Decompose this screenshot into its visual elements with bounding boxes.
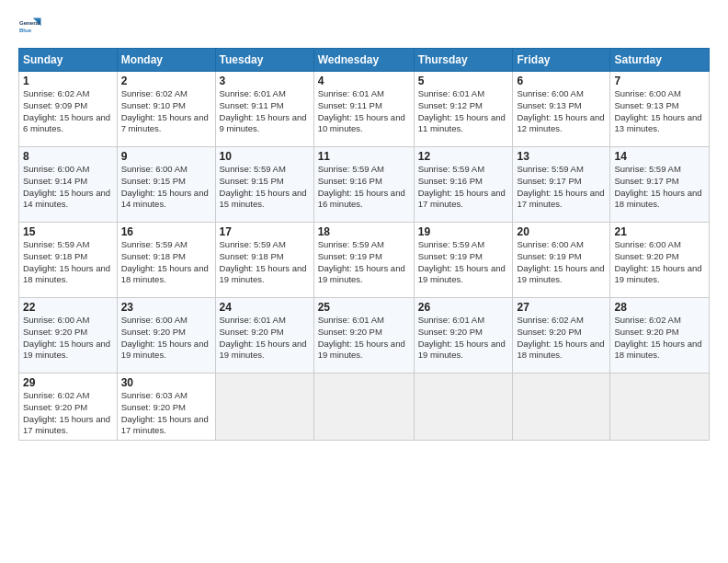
day-info: Sunrise: 6:00 AM Sunset: 9:20 PM Dayligh…: [121, 315, 211, 362]
logo: General Blue: [18, 15, 44, 40]
day-info: Sunrise: 6:00 AM Sunset: 9:20 PM Dayligh…: [23, 315, 113, 362]
day-number: 13: [517, 150, 606, 163]
day-info: Sunrise: 5:59 AM Sunset: 9:19 PM Dayligh…: [418, 239, 509, 286]
day-number: 4: [318, 75, 410, 87]
calendar-cell: 19 Sunrise: 5:59 AM Sunset: 9:19 PM Dayl…: [414, 223, 513, 298]
col-header-friday: Friday: [513, 49, 610, 72]
day-info: Sunrise: 5:59 AM Sunset: 9:16 PM Dayligh…: [418, 164, 509, 211]
calendar-cell: [313, 373, 414, 441]
day-number: 19: [418, 225, 509, 238]
calendar-cell: 5 Sunrise: 6:01 AM Sunset: 9:12 PM Dayli…: [414, 72, 513, 147]
day-number: 15: [23, 225, 113, 238]
day-info: Sunrise: 6:00 AM Sunset: 9:19 PM Dayligh…: [517, 239, 606, 286]
day-info: Sunrise: 6:00 AM Sunset: 9:13 PM Dayligh…: [614, 88, 705, 135]
svg-text:Blue: Blue: [19, 27, 32, 33]
day-number: 17: [220, 225, 310, 238]
day-number: 30: [121, 376, 211, 389]
day-info: Sunrise: 6:02 AM Sunset: 9:09 PM Dayligh…: [23, 88, 113, 135]
calendar-cell: [215, 373, 313, 441]
day-number: 16: [121, 225, 211, 238]
calendar-cell: 17 Sunrise: 5:59 AM Sunset: 9:18 PM Dayl…: [215, 223, 313, 298]
day-info: Sunrise: 6:03 AM Sunset: 9:20 PM Dayligh…: [121, 390, 211, 437]
header-row: SundayMondayTuesdayWednesdayThursdayFrid…: [19, 49, 710, 72]
calendar-cell: 9 Sunrise: 6:00 AM Sunset: 9:15 PM Dayli…: [117, 147, 215, 223]
calendar-cell: 28 Sunrise: 6:02 AM Sunset: 9:20 PM Dayl…: [610, 298, 710, 373]
day-info: Sunrise: 6:01 AM Sunset: 9:20 PM Dayligh…: [220, 315, 310, 362]
day-number: 11: [318, 150, 410, 163]
day-info: Sunrise: 5:59 AM Sunset: 9:18 PM Dayligh…: [220, 239, 310, 286]
calendar-cell: 12 Sunrise: 5:59 AM Sunset: 9:16 PM Dayl…: [414, 147, 513, 223]
day-info: Sunrise: 6:00 AM Sunset: 9:20 PM Dayligh…: [614, 239, 705, 286]
day-number: 5: [418, 75, 509, 87]
calendar-cell: 7 Sunrise: 6:00 AM Sunset: 9:13 PM Dayli…: [610, 72, 710, 147]
day-number: 7: [614, 75, 705, 87]
day-number: 29: [23, 376, 113, 389]
day-number: 20: [517, 225, 606, 238]
day-info: Sunrise: 6:02 AM Sunset: 9:10 PM Dayligh…: [121, 88, 211, 135]
day-info: Sunrise: 5:59 AM Sunset: 9:17 PM Dayligh…: [517, 164, 606, 211]
day-info: Sunrise: 6:02 AM Sunset: 9:20 PM Dayligh…: [614, 315, 705, 362]
day-info: Sunrise: 6:00 AM Sunset: 9:15 PM Dayligh…: [121, 164, 211, 211]
col-header-saturday: Saturday: [610, 49, 710, 72]
calendar-cell: 21 Sunrise: 6:00 AM Sunset: 9:20 PM Dayl…: [610, 223, 710, 298]
col-header-tuesday: Tuesday: [215, 49, 313, 72]
day-info: Sunrise: 5:59 AM Sunset: 9:18 PM Dayligh…: [121, 239, 211, 286]
day-info: Sunrise: 5:59 AM Sunset: 9:19 PM Dayligh…: [318, 239, 410, 286]
calendar-cell: 13 Sunrise: 5:59 AM Sunset: 9:17 PM Dayl…: [513, 147, 610, 223]
col-header-monday: Monday: [117, 49, 215, 72]
calendar-cell: [414, 373, 513, 441]
day-number: 2: [121, 75, 211, 87]
day-info: Sunrise: 6:01 AM Sunset: 9:11 PM Dayligh…: [220, 88, 310, 135]
calendar-cell: 27 Sunrise: 6:02 AM Sunset: 9:20 PM Dayl…: [513, 298, 610, 373]
week-row-3: 15 Sunrise: 5:59 AM Sunset: 9:18 PM Dayl…: [19, 223, 710, 298]
day-number: 25: [318, 301, 410, 314]
day-info: Sunrise: 6:01 AM Sunset: 9:11 PM Dayligh…: [318, 88, 410, 135]
calendar-cell: 26 Sunrise: 6:01 AM Sunset: 9:20 PM Dayl…: [414, 298, 513, 373]
calendar-cell: 1 Sunrise: 6:02 AM Sunset: 9:09 PM Dayli…: [19, 72, 118, 147]
calendar-cell: [610, 373, 710, 441]
day-info: Sunrise: 6:00 AM Sunset: 9:13 PM Dayligh…: [517, 88, 606, 135]
week-row-4: 22 Sunrise: 6:00 AM Sunset: 9:20 PM Dayl…: [19, 298, 710, 373]
day-number: 21: [614, 225, 705, 238]
day-number: 18: [318, 225, 410, 238]
calendar-cell: 10 Sunrise: 5:59 AM Sunset: 9:15 PM Dayl…: [215, 147, 313, 223]
day-number: 23: [121, 301, 211, 314]
week-row-2: 8 Sunrise: 6:00 AM Sunset: 9:14 PM Dayli…: [19, 147, 710, 223]
day-info: Sunrise: 6:01 AM Sunset: 9:20 PM Dayligh…: [318, 315, 410, 362]
day-number: 26: [418, 301, 509, 314]
calendar-cell: 22 Sunrise: 6:00 AM Sunset: 9:20 PM Dayl…: [19, 298, 118, 373]
day-number: 27: [517, 301, 606, 314]
day-info: Sunrise: 5:59 AM Sunset: 9:16 PM Dayligh…: [318, 164, 410, 211]
calendar: SundayMondayTuesdayWednesdayThursdayFrid…: [18, 48, 710, 441]
calendar-cell: 24 Sunrise: 6:01 AM Sunset: 9:20 PM Dayl…: [215, 298, 313, 373]
calendar-cell: [513, 373, 610, 441]
col-header-thursday: Thursday: [414, 49, 513, 72]
day-number: 28: [614, 301, 705, 314]
calendar-cell: 14 Sunrise: 5:59 AM Sunset: 9:17 PM Dayl…: [610, 147, 710, 223]
week-row-1: 1 Sunrise: 6:02 AM Sunset: 9:09 PM Dayli…: [19, 72, 710, 147]
day-info: Sunrise: 6:02 AM Sunset: 9:20 PM Dayligh…: [517, 315, 606, 362]
day-number: 10: [220, 150, 310, 163]
calendar-cell: 23 Sunrise: 6:00 AM Sunset: 9:20 PM Dayl…: [117, 298, 215, 373]
day-number: 6: [517, 75, 606, 87]
calendar-cell: 11 Sunrise: 5:59 AM Sunset: 9:16 PM Dayl…: [313, 147, 414, 223]
header: General Blue: [18, 15, 710, 40]
calendar-cell: 25 Sunrise: 6:01 AM Sunset: 9:20 PM Dayl…: [313, 298, 414, 373]
day-info: Sunrise: 6:00 AM Sunset: 9:14 PM Dayligh…: [23, 164, 113, 211]
day-number: 14: [614, 150, 705, 163]
day-number: 9: [121, 150, 211, 163]
page: General Blue SundayMondayTuesdayWednesda…: [0, 0, 728, 563]
calendar-cell: 4 Sunrise: 6:01 AM Sunset: 9:11 PM Dayli…: [313, 72, 414, 147]
day-number: 1: [23, 75, 113, 87]
calendar-cell: 15 Sunrise: 5:59 AM Sunset: 9:18 PM Dayl…: [19, 223, 118, 298]
calendar-cell: 6 Sunrise: 6:00 AM Sunset: 9:13 PM Dayli…: [513, 72, 610, 147]
day-info: Sunrise: 5:59 AM Sunset: 9:15 PM Dayligh…: [220, 164, 310, 211]
col-header-sunday: Sunday: [19, 49, 118, 72]
day-info: Sunrise: 6:01 AM Sunset: 9:12 PM Dayligh…: [418, 88, 509, 135]
calendar-cell: 18 Sunrise: 5:59 AM Sunset: 9:19 PM Dayl…: [313, 223, 414, 298]
day-number: 12: [418, 150, 509, 163]
logo-icon: General Blue: [18, 15, 44, 40]
day-number: 24: [220, 301, 310, 314]
calendar-cell: 29 Sunrise: 6:02 AM Sunset: 9:20 PM Dayl…: [19, 373, 118, 441]
day-number: 22: [23, 301, 113, 314]
